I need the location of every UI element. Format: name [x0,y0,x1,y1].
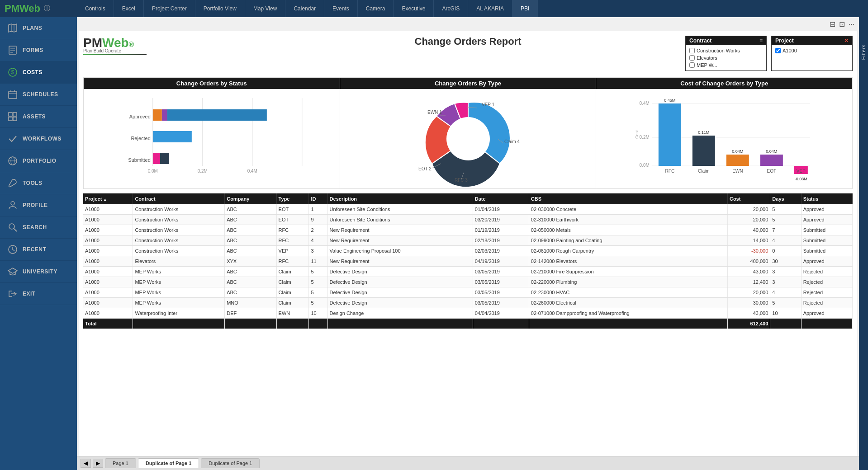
svg-line-22 [14,229,17,231]
wrench-icon [7,178,18,188]
nav-controls[interactable]: Controls [77,0,114,17]
svg-text:0.2M: 0.2M [640,135,650,140]
sidebar-item-profile[interactable]: PROFILE [0,194,77,216]
chart-cost-type: Cost of Change Orders by Type 0.4M 0.2M … [596,78,852,188]
toolbar: ⊟ ⊡ ··· [77,17,859,31]
svg-point-21 [9,224,14,229]
sidebar-item-recent[interactable]: RECENT [0,239,77,261]
chart-status-body: Approved Rejected Submitted [84,89,340,188]
tab-next-btn[interactable]: ▶ [93,459,103,468]
table-row[interactable]: A1000Construction WorksABCEOT1Unforeseen… [83,204,853,215]
sidebar-item-portfolio[interactable]: PORTFOLIO [0,150,77,172]
svg-text:Cost: Cost [635,130,639,139]
nav-events[interactable]: Events [324,0,358,17]
nav-arcgis[interactable]: ArcGIS [434,0,468,17]
col-project[interactable]: Project ▲ [83,193,133,204]
more-icon[interactable]: ··· [849,20,854,28]
nav-calendar[interactable]: Calendar [285,0,324,17]
nav-map-view[interactable]: Map View [245,0,285,17]
filter-project-clear[interactable]: ✕ [844,38,849,44]
sidebar-item-exit[interactable]: EXIT [0,283,77,305]
table-row[interactable]: A1000MEP WorksABCClaim5Defective Design0… [83,267,853,277]
sidebar-item-forms[interactable]: FORMS [0,39,77,61]
col-description[interactable]: Description [327,193,473,204]
col-date[interactable]: Date [473,193,529,204]
filter-contract-item-0[interactable]: Construction Works [689,47,763,54]
filters-sidebar[interactable]: Filters [859,17,868,470]
table-row[interactable]: A1000MEP WorksMNOClaim5Defective Design0… [83,298,853,308]
chart-cost-body: 0.4M 0.2M 0.0M Cost 0.45M [596,89,852,188]
col-days[interactable]: Days [770,193,801,204]
data-table: Project ▲ Contract Company Type ID Descr… [83,193,853,329]
col-contract[interactable]: Contract [133,193,225,204]
table-row[interactable]: A1000MEP WorksABCClaim5Defective Design0… [83,287,853,298]
svg-rect-13 [9,113,12,116]
svg-rect-60 [659,103,681,166]
table-row[interactable]: A1000MEP WorksABCClaim5Defective Design0… [83,277,853,287]
calendar-icon [7,89,18,100]
report-title: Change Orders Report [415,36,522,47]
svg-rect-33 [167,109,267,121]
svg-text:0.11M: 0.11M [698,130,710,135]
filter-contract-checkbox-1[interactable] [689,55,695,61]
logo: PMWeb ⓘ [0,3,77,14]
col-cost[interactable]: Cost [727,193,770,204]
col-id[interactable]: ID [309,193,327,204]
tab-prev-btn[interactable]: ◀ [81,459,91,468]
nav-items: Controls Excel Project Center Portfolio … [77,0,868,17]
nav-excel[interactable]: Excel [114,0,144,17]
nav-executive[interactable]: Executive [394,0,434,17]
expand-icon[interactable]: ⊡ [839,20,845,28]
sidebar-item-tools[interactable]: TOOLS [0,172,77,194]
table-row[interactable]: A1000Construction WorksABCEOT9Unforeseen… [83,215,853,225]
table-row[interactable]: A1000Construction WorksABCRFC2New Requir… [83,225,853,235]
tab-duplicate2[interactable]: Duplicate of Page 1 [201,458,260,468]
filter-contract-item-1[interactable]: Elevators [689,54,763,61]
exit-icon [7,288,18,299]
filter-icon[interactable]: ⊟ [830,20,835,28]
nav-camera[interactable]: Camera [358,0,394,17]
nav-project-center[interactable]: Project Center [144,0,195,17]
svg-text:0.04M: 0.04M [732,149,744,154]
table-row[interactable]: A1000ElevatorsXYXRFC11New Requirement04/… [83,256,853,267]
filter-panel-project: Project ✕ A1000 [771,36,853,71]
nav-al-akaria[interactable]: AL AKARIA [468,0,512,17]
filter-contract-checkbox-0[interactable] [689,48,695,53]
sidebar-item-costs[interactable]: $ COSTS [0,61,77,84]
cost-bar-chart: 0.4M 0.2M 0.0M Cost 0.45M [601,94,848,184]
bottom-tabs: ◀ ▶ Page 1 Duplicate of Page 1 Duplicate… [77,456,859,470]
filter-contract-scroll: ≡ [759,38,763,44]
tab-duplicate1[interactable]: Duplicate of Page 1 [138,458,199,468]
sidebar-item-university[interactable]: UNIVERSITY [0,261,77,283]
svg-text:0.45M: 0.45M [664,98,676,103]
charts-row: Change Orders by Status Approved [83,77,853,189]
col-status[interactable]: Status [801,193,852,204]
sidebar-item-assets[interactable]: ASSETS [0,106,77,128]
filter-contract-checkbox-2[interactable] [689,62,695,68]
svg-text:Rejected: Rejected [131,136,150,141]
table-row[interactable]: A1000Construction WorksABCRFC4New Requir… [83,235,853,246]
nav-portfolio-view[interactable]: Portfolio View [195,0,245,17]
chart-status: Change Orders by Status Approved [84,78,340,188]
col-type[interactable]: Type [276,193,309,204]
logo-subtitle: Plan Build Operate [83,48,147,53]
table-row[interactable]: A1000Construction WorksABCVEP3Value Engi… [83,246,853,256]
nav-pbi[interactable]: PBI [512,0,538,17]
svg-text:RFC: RFC [665,169,675,174]
logo-text: PMWeb [5,3,40,14]
chart-type-body: VEP 1 EWN 1 Claim 4 EOT 2 RFC 3 [340,89,596,188]
sidebar-item-plans[interactable]: PLANS [0,17,77,39]
sidebar-item-search[interactable]: SEARCH [0,216,77,239]
tab-page1[interactable]: Page 1 [105,458,136,468]
col-company[interactable]: Company [225,193,276,204]
table-row[interactable]: A1000Waterproofing InterDEFEWN10Design C… [83,308,853,319]
sidebar-item-schedules[interactable]: SCHEDULES [0,84,77,106]
filter-contract-item-2[interactable]: MEP W... [689,61,763,69]
info-icon[interactable]: ⓘ [44,5,50,13]
sidebar-item-workflows[interactable]: WORKFLOWS [0,128,77,150]
filter-project-checkbox-0[interactable] [775,48,781,53]
svg-text:0.04M: 0.04M [766,149,778,154]
col-cbs[interactable]: CBS [529,193,727,204]
svg-rect-35 [153,131,192,142]
filter-project-item-0[interactable]: A1000 [775,47,849,54]
